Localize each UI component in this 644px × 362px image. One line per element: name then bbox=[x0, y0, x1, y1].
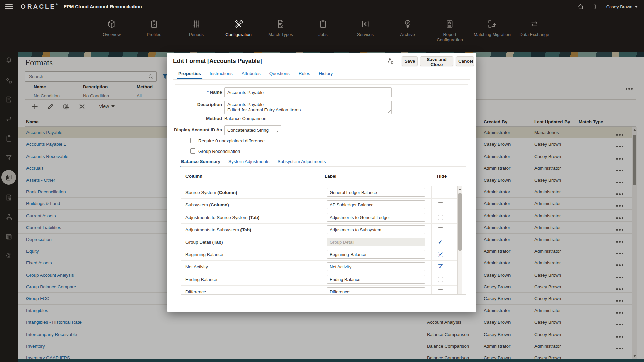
clipboard-icon bbox=[318, 19, 328, 29]
tab-properties[interactable]: Properties bbox=[178, 71, 201, 79]
topnav-configuration[interactable]: Configuration bbox=[217, 13, 260, 43]
topnav-profiles[interactable]: Profiles bbox=[133, 13, 175, 43]
topnav-matching-migration[interactable]: Matching Migration bbox=[471, 13, 513, 43]
topnav-label: Matching Migration bbox=[474, 32, 511, 37]
exchange-arrows-icon bbox=[530, 19, 539, 29]
main-navigation: Overview Profiles Periods Configuration … bbox=[0, 13, 644, 52]
required-asterisk: * bbox=[207, 89, 209, 95]
balance-column-name: Subsystem (Column) bbox=[185, 199, 229, 211]
save-and-close-button[interactable]: Save and Close bbox=[420, 56, 453, 66]
balance-subtabs: Balance Summary System Adjustments Subsy… bbox=[181, 159, 326, 167]
label-input[interactable] bbox=[327, 275, 425, 284]
require-zero-difference-checkbox[interactable] bbox=[190, 138, 195, 143]
topnav-overview[interactable]: Overview bbox=[91, 13, 133, 43]
topnav-label: Jobs bbox=[318, 32, 327, 37]
balance-row: Adjustments to Source System (Tab) bbox=[181, 211, 457, 224]
scroll-up-icon[interactable] bbox=[459, 188, 461, 190]
balance-row: Beginning Balance bbox=[181, 248, 457, 261]
topnav-label: Report Configuration bbox=[431, 32, 469, 43]
save-button[interactable]: Save bbox=[402, 56, 418, 66]
cancel-button[interactable]: Cancel bbox=[456, 56, 474, 66]
balance-column-name: Source System (Column) bbox=[185, 186, 237, 199]
display-account-id-select[interactable]: Concatenated String bbox=[224, 125, 281, 135]
hide-checkbox[interactable] bbox=[438, 227, 443, 232]
accessibility-user-icon[interactable] bbox=[592, 3, 599, 10]
tab-rules[interactable]: Rules bbox=[299, 71, 310, 79]
oracle-logo: ORACLE® bbox=[21, 3, 58, 10]
label-input[interactable] bbox=[327, 225, 425, 234]
hide-checkbox[interactable] bbox=[438, 202, 443, 207]
home-icon[interactable] bbox=[577, 3, 584, 10]
app-window: ORACLE® EPM Cloud Account Reconciliation… bbox=[0, 0, 644, 362]
subtab-subsystem-adjustments[interactable]: Subsystem Adjustments bbox=[277, 159, 326, 167]
hide-checkbox[interactable] bbox=[438, 215, 443, 220]
topnav-data-exchange[interactable]: Data Exchange bbox=[513, 13, 555, 43]
menu-icon[interactable] bbox=[5, 4, 13, 10]
dialog-tabs: Properties Instructions Attributes Quest… bbox=[178, 71, 333, 79]
label-input[interactable] bbox=[327, 188, 425, 197]
topnav-label: Configuration bbox=[225, 32, 251, 37]
document-check-icon bbox=[276, 19, 285, 29]
hide-checkbox[interactable] bbox=[438, 264, 443, 269]
tab-attributes[interactable]: Attributes bbox=[241, 71, 261, 79]
chevron-down-icon bbox=[275, 129, 278, 132]
balance-column-name: Beginning Balance bbox=[185, 248, 224, 261]
hide-checkmark-icon bbox=[438, 240, 443, 245]
user-name: Casey Brown bbox=[606, 4, 632, 9]
topnav-label: Archive bbox=[400, 32, 415, 37]
balance-summary-table: Column Label Hide Source System (Column)… bbox=[181, 169, 466, 295]
topnav-archive[interactable]: Archive bbox=[386, 13, 429, 43]
resize-grip-icon[interactable] bbox=[388, 110, 391, 113]
display-account-id-label: Display Account ID As bbox=[167, 127, 222, 132]
balance-column-name: Adjustments to Subsystem (Tab) bbox=[185, 224, 251, 236]
balance-column-name: Group Detail (Tab) bbox=[185, 236, 223, 248]
description-field[interactable]: Accounts Payable Edited for Journal Entr… bbox=[224, 101, 392, 114]
clipboard-check-icon bbox=[149, 19, 159, 29]
topnav-match-types[interactable]: Match Types bbox=[260, 13, 302, 43]
subtab-system-adjustments[interactable]: System Adjustments bbox=[228, 159, 269, 167]
tab-history[interactable]: History bbox=[319, 71, 333, 79]
app-title: EPM Cloud Account Reconciliation bbox=[64, 4, 142, 9]
divider bbox=[173, 79, 470, 80]
group-reconciliation-checkbox[interactable] bbox=[190, 148, 195, 154]
hide-checkbox[interactable] bbox=[438, 277, 443, 282]
scroll-thumb[interactable] bbox=[458, 193, 462, 251]
tab-instructions[interactable]: Instructions bbox=[210, 71, 233, 79]
user-menu[interactable]: Casey Brown bbox=[606, 4, 638, 9]
hide-checkbox[interactable] bbox=[438, 289, 443, 294]
method-label: Method bbox=[167, 116, 222, 121]
balance-column-name: Ending Balance bbox=[185, 273, 218, 286]
topnav-periods[interactable]: Periods bbox=[175, 13, 217, 43]
sliders-icon bbox=[192, 19, 201, 29]
topnav-services[interactable]: Services bbox=[344, 13, 386, 43]
method-value: Balance Comparison bbox=[224, 116, 266, 121]
label-input[interactable] bbox=[327, 287, 425, 295]
topnav-label: Data Exchange bbox=[520, 32, 549, 37]
subtab-balance-summary[interactable]: Balance Summary bbox=[181, 159, 220, 167]
label-input[interactable] bbox=[327, 213, 425, 222]
balance-row: Source System (Column) bbox=[181, 186, 457, 199]
description-label: Description bbox=[167, 102, 222, 107]
label-input[interactable] bbox=[327, 250, 425, 259]
hide-checkbox[interactable] bbox=[438, 252, 443, 257]
col-header-hide: Hide bbox=[437, 174, 447, 179]
edit-format-dialog: Edit Format [Accounts Payable] Save Save… bbox=[167, 53, 476, 312]
cube-icon bbox=[107, 19, 116, 29]
balance-table-scrollbar[interactable] bbox=[457, 186, 462, 295]
label-input[interactable] bbox=[327, 200, 425, 209]
label-input[interactable] bbox=[327, 262, 425, 271]
lightbulb-gear-icon bbox=[403, 19, 412, 29]
topnav-jobs[interactable]: Jobs bbox=[302, 13, 344, 43]
require-zero-difference-label: Require 0 unexplained difference bbox=[198, 138, 265, 143]
col-header-column: Column bbox=[185, 174, 202, 179]
balance-row: Group Detail (Tab) bbox=[181, 236, 457, 248]
label-input[interactable] bbox=[327, 238, 425, 246]
topnav-report-configuration[interactable]: Report Configuration bbox=[429, 13, 471, 43]
assignee-restricted-icon[interactable] bbox=[387, 57, 395, 65]
tools-icon bbox=[234, 19, 243, 29]
name-field[interactable] bbox=[224, 87, 392, 97]
box-gear-icon bbox=[361, 19, 370, 29]
balance-table-body: Source System (Column) Subsystem (Column… bbox=[181, 186, 457, 295]
tab-questions[interactable]: Questions bbox=[269, 71, 290, 79]
name-label: *Name bbox=[167, 89, 222, 95]
